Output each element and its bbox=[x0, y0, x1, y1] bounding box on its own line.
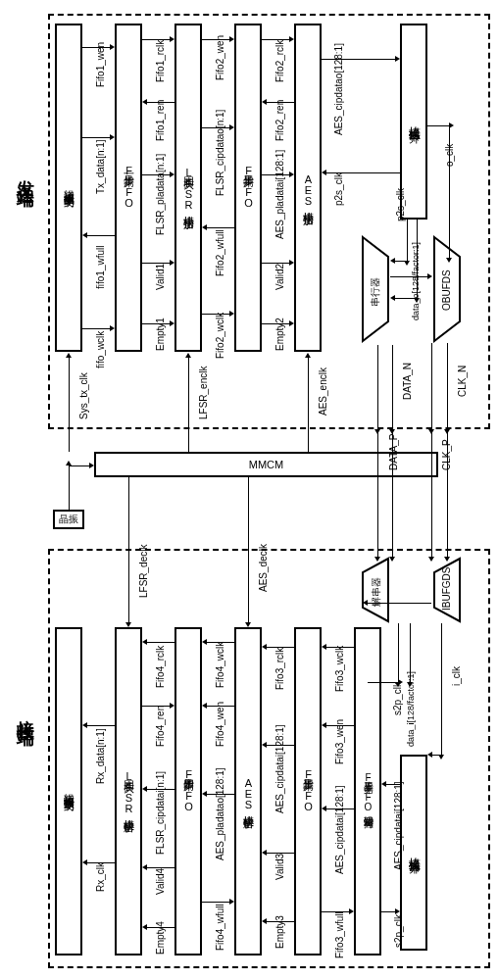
rx-title: 接收端 bbox=[14, 706, 37, 717]
aes-enc: AES加密模块 bbox=[294, 24, 322, 352]
l-aes-enclk: AES_enclk bbox=[318, 368, 328, 416]
a-oclk-in bbox=[427, 125, 449, 126]
a-sys-tx bbox=[69, 358, 70, 452]
l-datap: DATA_P bbox=[388, 434, 399, 470]
l-p2s-clk: p2s_clk bbox=[333, 172, 344, 206]
a-clkn2 bbox=[447, 429, 448, 557]
fifo2: 第二异步FIFO bbox=[234, 24, 262, 352]
l-s2p-clk: s2p_clk bbox=[392, 682, 403, 715]
s2p: 串并转换模块 bbox=[400, 755, 427, 951]
plaintext-recv: 明文数据接收逻辑 bbox=[55, 627, 82, 956]
l-empty1: Empty1 bbox=[155, 318, 166, 351]
l-rx-data: Rx_data[n:1] bbox=[95, 728, 106, 784]
l-flsr-pladata: FLSR_pladata[n:1] bbox=[155, 154, 166, 235]
fifo4: 第四异步FIFO bbox=[174, 627, 202, 956]
l-datan: DATA_N bbox=[402, 363, 413, 400]
a-datap bbox=[377, 345, 378, 429]
l-flsr-cipdatai: FLSR_cipdatai[n:1] bbox=[155, 771, 166, 855]
a-fifo2-wfull bbox=[207, 227, 234, 228]
a-lfsr-declk bbox=[128, 477, 129, 622]
a-fifo-wclk bbox=[82, 328, 110, 329]
a-lfsr-enclk bbox=[188, 358, 189, 452]
a-datap2 bbox=[377, 429, 378, 557]
aes-dec: AES解密模块 bbox=[234, 627, 262, 956]
l-fifo3-wclk: Fifo3_wclk bbox=[334, 646, 345, 692]
a-iclk-v bbox=[441, 623, 442, 755]
plaintext-gen: 明文数据生成逻辑 bbox=[55, 24, 82, 352]
l-s2p-clk2: s2p_clk bbox=[393, 914, 404, 948]
l-fifo-wclk: fifo_wclk bbox=[95, 331, 106, 368]
l-valid4: Valid4 bbox=[155, 868, 166, 895]
a-aes-declk bbox=[248, 477, 249, 622]
l-data-i: data_i[128/factor:1] bbox=[406, 671, 416, 747]
a-s2p-clk-v bbox=[398, 623, 399, 682]
l-sys-tx: Sys_tx_clk bbox=[78, 372, 89, 419]
l-clkn: CLK_N bbox=[457, 366, 468, 397]
l-lfsr-enclk: LFSR_enclk bbox=[198, 367, 209, 419]
l-fifo1-wfull: fifo1_wfull bbox=[95, 246, 106, 289]
l-fifo2-wen: Fifo2_wen bbox=[215, 35, 225, 80]
a-datan bbox=[392, 345, 393, 429]
l-data-o: data_o[128/factor:1] bbox=[411, 242, 421, 320]
l-fifo2-ren: Fifo2_ren bbox=[274, 100, 285, 141]
a-fifo1-wfull bbox=[87, 235, 115, 236]
lfsr-enc: 头同步LFSR加密模块 bbox=[174, 24, 202, 352]
a-datan2 bbox=[392, 429, 393, 557]
ibufgds-lbl: IBUFGDS bbox=[441, 567, 452, 611]
a-clkn bbox=[447, 343, 448, 429]
a-iclk-h bbox=[432, 755, 441, 756]
l-fifo4-rclk: Fifo4_rclk bbox=[155, 646, 166, 688]
l-valid3: Valid3 bbox=[274, 854, 285, 880]
l-valid1: Valid1 bbox=[155, 264, 166, 290]
l-aes-cipdatai3: AES_cipdatai[128:1] bbox=[274, 724, 285, 813]
a-clkp2 bbox=[431, 429, 432, 557]
a-aes-enclk bbox=[308, 358, 309, 452]
l-iclk: i_clk bbox=[451, 666, 462, 686]
l-fifo2-rclk: Fifo2_rclk bbox=[274, 40, 285, 82]
l-fifo1-wen: Fifo1_wen bbox=[95, 42, 106, 87]
l-fifo3-rclk: Fifo3_rclk bbox=[274, 648, 285, 690]
a-xtal-v bbox=[69, 466, 70, 510]
l-aes-pladatai: AES_pladatai[128:1] bbox=[274, 150, 285, 239]
l-aes-cipdatao: AES_cipdatao[128:1] bbox=[333, 43, 344, 135]
l-fifo4-wen: Fifo4_wen bbox=[215, 702, 225, 747]
fifo3-ctrl: 第三异步FIFO写控制逻辑 bbox=[354, 627, 381, 956]
l-valid2: Valid2 bbox=[274, 264, 285, 290]
a-p2s-ser2 bbox=[395, 261, 407, 262]
fifo3: 第三异步FIFO bbox=[294, 627, 322, 956]
l-fifo2-wclk: Fifo2_wclk bbox=[215, 313, 225, 359]
l-flsr-cipdatao: FLSR_cipdatao[n:1] bbox=[215, 110, 225, 196]
obufds-lbl: OBUFDS bbox=[441, 270, 452, 311]
fifo1: 第一异步FIFO bbox=[115, 24, 142, 352]
l-tx-data: Tx_data[n:1] bbox=[95, 139, 106, 194]
l-aes-declk: AES_declk bbox=[258, 544, 269, 592]
l-fifo4-ren: Fifo4_ren bbox=[155, 706, 166, 747]
l-fifo1-ren: Fifo1_ren bbox=[155, 100, 166, 141]
a-p2s-to-ser bbox=[407, 220, 408, 261]
l-fifo3-wfull: Fifo3_wfull bbox=[334, 911, 345, 958]
l-fifo4-wfull: Fifo4_wfull bbox=[215, 904, 225, 951]
l-fifo2-wfull: Fifo2_wfull bbox=[215, 229, 225, 276]
a-s2p-deser bbox=[368, 682, 398, 683]
lfsr-dec: 头同步LFSR解密模块 bbox=[115, 627, 142, 956]
a-fifo4-rclk bbox=[147, 642, 174, 643]
l-aes-cipdatai: AES_cipdatai[128:1] bbox=[393, 781, 404, 870]
a-clkp bbox=[431, 343, 432, 429]
l-rx-clk: Rx_clk bbox=[95, 862, 106, 892]
a-fifo4-wfull bbox=[202, 902, 229, 903]
a-rx-data bbox=[87, 725, 115, 726]
tx-title: 发送端 bbox=[14, 167, 37, 178]
a-xtal-h bbox=[69, 466, 89, 466]
serializer-lbl: 串行器 bbox=[369, 277, 382, 307]
xtal: 晶振 bbox=[53, 510, 84, 529]
l-oclk: o_clk bbox=[444, 144, 455, 167]
mmcm: MMCM bbox=[94, 452, 438, 477]
a-ser-obuf bbox=[390, 276, 427, 277]
l-empty2: Empty2 bbox=[274, 318, 285, 351]
l-lfsr-declk: LFSR_declk bbox=[138, 545, 149, 598]
a-tx-data bbox=[82, 137, 110, 138]
a-deser-ibuf bbox=[368, 603, 431, 604]
l-empty3: Empty3 bbox=[274, 915, 285, 949]
l-aes-pladatao: AES_pladatao[128:1] bbox=[215, 767, 225, 860]
l-aes-cipdatai2: AES_cipdatai[128:1] bbox=[334, 785, 345, 874]
